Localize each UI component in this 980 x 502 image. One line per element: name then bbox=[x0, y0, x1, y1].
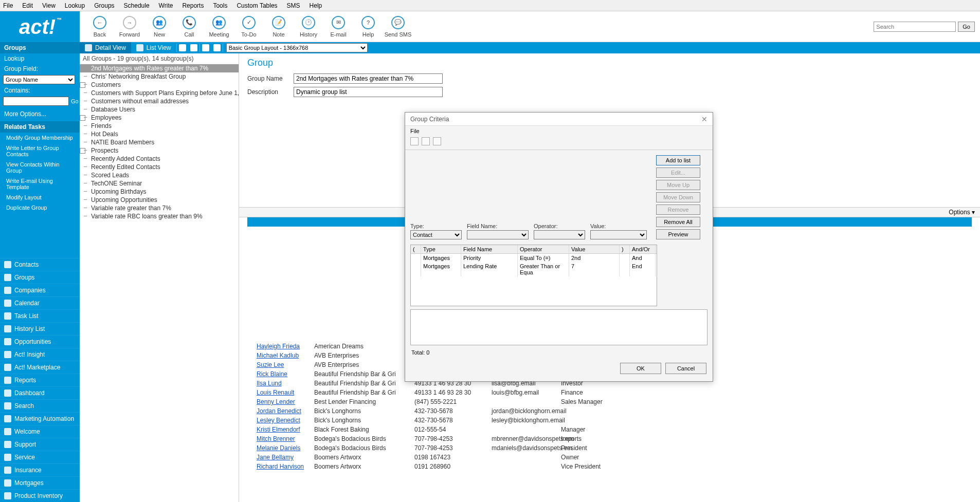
tree-item[interactable]: Database Users bbox=[80, 105, 239, 114]
open-file-icon[interactable] bbox=[422, 137, 430, 145]
toolbar-email[interactable]: ✉E-mail bbox=[323, 16, 353, 38]
move-down-button[interactable]: Move Down bbox=[656, 192, 700, 202]
remove-button[interactable]: Remove bbox=[656, 204, 700, 215]
related-modify-membership[interactable]: Modify Group Membership bbox=[0, 133, 80, 143]
menu-help[interactable]: Help bbox=[310, 2, 322, 9]
edit-button[interactable]: Edit... bbox=[656, 168, 700, 178]
criteria-row[interactable]: MortgagesPriorityEqual To (=)2ndAnd bbox=[411, 254, 657, 262]
criteria-row[interactable]: MortgagesLending RateGreater Than or Equ… bbox=[411, 262, 657, 276]
search-go-button[interactable]: Go bbox=[958, 22, 975, 32]
tree-item[interactable]: Variable rate greater than 7% bbox=[80, 204, 239, 212]
description-input[interactable] bbox=[294, 87, 443, 97]
contact-row[interactable]: Kristi ElmendorfBlack Forest Baking012-5… bbox=[247, 425, 972, 434]
contact-link[interactable]: Michael Kadlub bbox=[257, 352, 299, 359]
related-write-letter[interactable]: Write Letter to Group Contacts bbox=[0, 143, 80, 159]
tree-item[interactable]: Scored Leads bbox=[80, 171, 239, 179]
contact-link[interactable]: Louis Renault bbox=[257, 389, 294, 396]
toolbar-send-sms[interactable]: 💬Send SMS bbox=[383, 16, 413, 38]
menu-groups[interactable]: Groups bbox=[94, 2, 114, 9]
contact-link[interactable]: Rick Blaine bbox=[257, 370, 287, 378]
toolbar-history[interactable]: 🕑History bbox=[294, 16, 323, 38]
type-select[interactable]: Contact bbox=[410, 230, 462, 239]
layout-select[interactable]: Basic Group Layout - 1366x768 bbox=[226, 43, 368, 52]
remove-all-button[interactable]: Remove All bbox=[656, 217, 700, 227]
nav-service[interactable]: Service bbox=[0, 451, 80, 463]
menu-write[interactable]: Write bbox=[159, 2, 173, 9]
nav-insight[interactable]: Act! Insight bbox=[0, 348, 80, 361]
contains-input[interactable] bbox=[3, 97, 69, 106]
nav-dashboard[interactable]: Dashboard bbox=[0, 386, 80, 399]
sidebar-lookup[interactable]: Lookup bbox=[0, 53, 80, 64]
contact-link[interactable]: Melanie Daniels bbox=[257, 444, 300, 452]
tree-item[interactable]: Upcoming Birthdays bbox=[80, 188, 239, 196]
tree-item[interactable]: Hot Deals bbox=[80, 130, 239, 138]
menu-sms[interactable]: SMS bbox=[287, 2, 300, 9]
nav-reports[interactable]: Reports bbox=[0, 374, 80, 386]
tree-item[interactable]: Recently Added Contacts bbox=[80, 155, 239, 163]
tree-item[interactable]: Customers without email addresses bbox=[80, 97, 239, 105]
tree-item[interactable]: Friends bbox=[80, 122, 239, 130]
more-options[interactable]: More Options... bbox=[0, 109, 80, 119]
toolbar-todo[interactable]: ✓To-Do bbox=[234, 16, 264, 38]
nav-insurance[interactable]: Insurance bbox=[0, 463, 80, 476]
related-write-email[interactable]: Write E-mail Using Template bbox=[0, 176, 80, 192]
menu-reports[interactable]: Reports bbox=[182, 2, 204, 9]
contact-link[interactable]: Kristi Elmendorf bbox=[257, 426, 300, 433]
tree-item[interactable]: 2nd Mortgages with Rates greater than 7% bbox=[80, 64, 239, 72]
contact-row[interactable]: Mitch BrennerBodega's Bodacious Birds707… bbox=[247, 434, 972, 443]
nav-marketing-automation[interactable]: Marketing Automation bbox=[0, 412, 80, 425]
nav-welcome[interactable]: Welcome bbox=[0, 425, 80, 438]
tab-detail-view[interactable]: Detail View bbox=[80, 42, 131, 53]
contact-link[interactable]: Hayleigh Frieda bbox=[257, 343, 300, 350]
tree-item[interactable]: Upcoming Opportunities bbox=[80, 196, 239, 204]
toolbar-new[interactable]: 👥New bbox=[144, 16, 174, 38]
contact-row[interactable]: Louis RenaultBeautiful Friendship Bar & … bbox=[247, 388, 972, 397]
contact-link[interactable]: Mitch Brenner bbox=[257, 435, 295, 442]
tab-list-view[interactable]: List View bbox=[131, 42, 176, 53]
contact-row[interactable]: Richard HarvisonBoomers Artworx0191 2689… bbox=[247, 462, 972, 471]
menu-view[interactable]: View bbox=[42, 2, 56, 9]
group-name-input[interactable] bbox=[294, 73, 443, 84]
nav-companies[interactable]: Companies bbox=[0, 284, 80, 296]
tree-item[interactable]: Variable rate RBC loans greater than 9% bbox=[80, 212, 239, 220]
tree-item[interactable]: Customers bbox=[80, 81, 239, 89]
contact-link[interactable]: Richard Harvison bbox=[257, 463, 304, 470]
menu-lookup[interactable]: Lookup bbox=[65, 2, 85, 9]
contact-row[interactable]: Benny LenderBest Lender Financing(847) 5… bbox=[247, 397, 972, 406]
operator-select[interactable] bbox=[534, 230, 585, 239]
close-icon[interactable]: ✕ bbox=[701, 115, 707, 123]
ok-button[interactable]: OK bbox=[620, 363, 661, 374]
toolbar-back[interactable]: ←Back bbox=[85, 16, 115, 38]
contact-row[interactable]: Melanie DanielsBodega's Bodacious Birds7… bbox=[247, 443, 972, 453]
nav-opportunities[interactable]: Opportunities bbox=[0, 335, 80, 348]
contact-link[interactable]: Jane Bellamy bbox=[257, 454, 294, 461]
dialog-file-menu[interactable]: File bbox=[405, 126, 713, 136]
contact-row[interactable]: Jane BellamyBoomers Artworx0198 167423Ow… bbox=[247, 453, 972, 462]
contact-link[interactable]: Lesley Benedict bbox=[257, 417, 300, 424]
contains-go-button[interactable]: Go bbox=[71, 97, 79, 106]
value-select[interactable] bbox=[590, 230, 647, 239]
save-icon[interactable] bbox=[179, 44, 186, 51]
contact-row[interactable]: Jordan BenedictBick's Longhorns432-730-5… bbox=[247, 406, 972, 416]
nav-groups[interactable]: Groups bbox=[0, 271, 80, 284]
move-up-button[interactable]: Move Up bbox=[656, 180, 700, 190]
related-view-contacts[interactable]: View Contacts Within Group bbox=[0, 159, 80, 176]
menu-custom-tables[interactable]: Custom Tables bbox=[237, 2, 277, 9]
nav-search[interactable]: Search bbox=[0, 399, 80, 412]
new-file-icon[interactable] bbox=[410, 137, 419, 145]
menu-tools[interactable]: Tools bbox=[213, 2, 227, 9]
toolbar-note[interactable]: 📝Note bbox=[264, 16, 294, 38]
menu-edit[interactable]: Edit bbox=[22, 2, 33, 9]
tree-item[interactable]: Recently Edited Contacts bbox=[80, 163, 239, 171]
fieldname-select[interactable] bbox=[467, 230, 529, 239]
save-file-icon[interactable] bbox=[433, 137, 441, 145]
contact-link[interactable]: Ilsa Lund bbox=[257, 380, 282, 387]
people-icon[interactable] bbox=[202, 44, 209, 51]
tree-item[interactable]: TechONE Seminar bbox=[80, 179, 239, 188]
options-menu[interactable]: Options ▾ bbox=[949, 209, 975, 216]
magnify-icon[interactable] bbox=[213, 44, 221, 51]
contact-link[interactable]: Suzie Lee bbox=[257, 361, 284, 368]
contact-link[interactable]: Jordan Benedict bbox=[257, 407, 301, 415]
contact-link[interactable]: Benny Lender bbox=[257, 398, 295, 405]
tree-item[interactable]: Prospects bbox=[80, 146, 239, 155]
